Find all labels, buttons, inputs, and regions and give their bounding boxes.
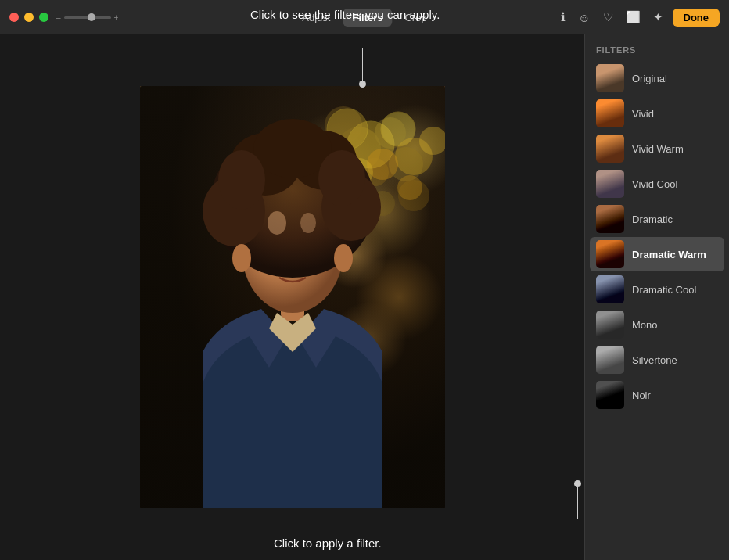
filter-thumb-mono: [596, 311, 624, 339]
filter-item-mono[interactable]: Mono: [590, 307, 724, 342]
close-button[interactable]: [9, 13, 19, 22]
filter-item-dramatic-warm[interactable]: Dramatic Warm: [590, 237, 724, 271]
filter-item-noir[interactable]: Noir: [590, 378, 724, 412]
zoom-thumb: [88, 13, 95, 21]
toolbar-right: ℹ ☺ ♡ ⬜ ✦ Done: [558, 9, 720, 27]
photo-svg: [140, 86, 445, 508]
filter-thumb-original: [596, 64, 624, 92]
tab-filters[interactable]: Filters: [343, 9, 392, 27]
photo-container: [140, 86, 445, 508]
done-button[interactable]: Done: [673, 9, 720, 27]
photo-area: Click to see the filters you can apply. …: [0, 34, 584, 560]
filter-name-vivid: Vivid: [632, 108, 654, 120]
filter-name-silvertone: Silvertone: [632, 354, 677, 366]
photo-main: [140, 86, 445, 508]
zoom-slider-area: – +: [56, 13, 118, 22]
filter-item-vivid-cool[interactable]: Vivid Cool: [590, 167, 724, 201]
toolbar-tabs: Adjust Filters Crop: [293, 9, 436, 27]
filter-thumb-noir: [596, 381, 624, 409]
emoji-button[interactable]: ☺: [575, 9, 593, 26]
filter-item-dramatic-cool[interactable]: Dramatic Cool: [590, 272, 724, 307]
filter-name-dramatic: Dramatic: [632, 214, 673, 225]
traffic-lights: [9, 13, 48, 22]
filter-thumb-vivid: [596, 99, 624, 127]
filter-thumb-vivid-cool: [596, 170, 624, 198]
filter-name-dramatic-cool: Dramatic Cool: [632, 284, 696, 296]
main-area: Click to see the filters you can apply. …: [0, 34, 729, 560]
favorite-button[interactable]: ♡: [600, 9, 616, 26]
svg-point-29: [318, 150, 365, 206]
filter-item-vivid-warm[interactable]: Vivid Warm: [590, 131, 724, 166]
zoom-in-icon: +: [114, 13, 119, 22]
svg-point-33: [300, 213, 316, 233]
share-button[interactable]: ⬜: [623, 9, 644, 26]
filter-name-vivid-cool: Vivid Cool: [632, 178, 677, 190]
filter-name-original: Original: [632, 73, 667, 84]
callout-line-top: [362, 48, 363, 84]
tab-crop[interactable]: Crop: [395, 9, 436, 27]
filter-name-mono: Mono: [632, 319, 658, 331]
svg-point-16: [397, 175, 422, 200]
tab-adjust[interactable]: Adjust: [293, 9, 339, 27]
maximize-button[interactable]: [39, 13, 48, 22]
filter-item-silvertone[interactable]: Silvertone: [590, 343, 724, 377]
filter-item-vivid[interactable]: Vivid: [590, 96, 724, 131]
filter-thumb-dramatic-warm: [596, 240, 624, 268]
filter-list: Original Vivid Vivid Warm Vivid Cool Dra…: [585, 61, 729, 560]
filter-thumb-dramatic: [596, 205, 624, 233]
filters-sidebar: FILTERS Original Vivid Vivid Warm Vivid …: [584, 34, 729, 560]
filter-name-dramatic-warm: Dramatic Warm: [632, 249, 706, 260]
magic-button[interactable]: ✦: [650, 9, 666, 26]
filter-name-vivid-warm: Vivid Warm: [632, 143, 684, 155]
filter-item-dramatic[interactable]: Dramatic: [590, 202, 724, 236]
filter-thumb-silvertone: [596, 346, 624, 374]
sidebar-title: FILTERS: [585, 34, 729, 61]
callout-bottom: Click to apply a filter.: [274, 535, 382, 552]
filter-name-noir: Noir: [632, 389, 651, 401]
svg-point-32: [268, 211, 286, 235]
filter-item-original[interactable]: Original: [590, 61, 724, 95]
filter-thumb-vivid-warm: [596, 135, 624, 163]
zoom-slider[interactable]: [64, 16, 111, 19]
titlebar: – + Adjust Filters Crop ℹ ☺ ♡ ⬜ ✦ Done: [0, 0, 729, 34]
callout-line-bottom: [577, 484, 578, 519]
svg-point-31: [334, 244, 353, 272]
minimize-button[interactable]: [24, 13, 34, 22]
svg-point-28: [218, 150, 265, 210]
callout-bottom-text: Click to apply a filter.: [274, 537, 382, 550]
filter-thumb-dramatic-cool: [596, 275, 624, 303]
svg-point-30: [232, 244, 251, 272]
info-button[interactable]: ℹ: [558, 9, 569, 26]
zoom-out-icon: –: [56, 13, 61, 22]
